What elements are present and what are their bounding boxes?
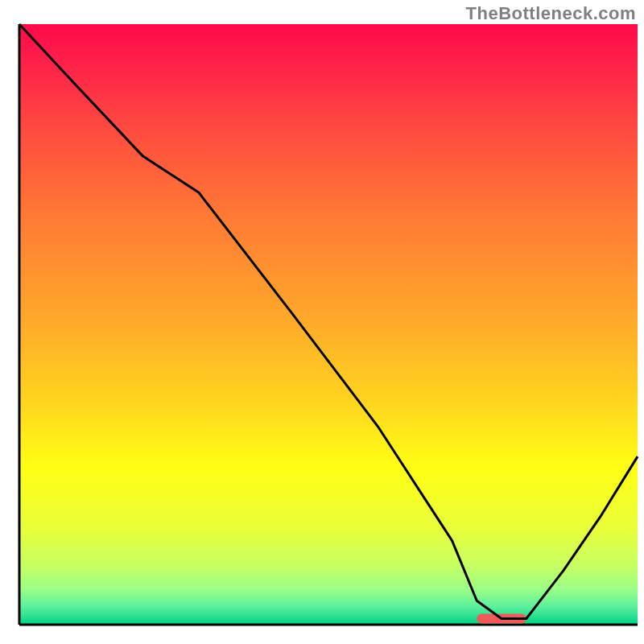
- watermark-text: TheBottleneck.com: [466, 3, 636, 24]
- chart-container: TheBottleneck.com: [0, 0, 644, 644]
- plot-background: [19, 24, 638, 625]
- chart-svg: [0, 0, 644, 644]
